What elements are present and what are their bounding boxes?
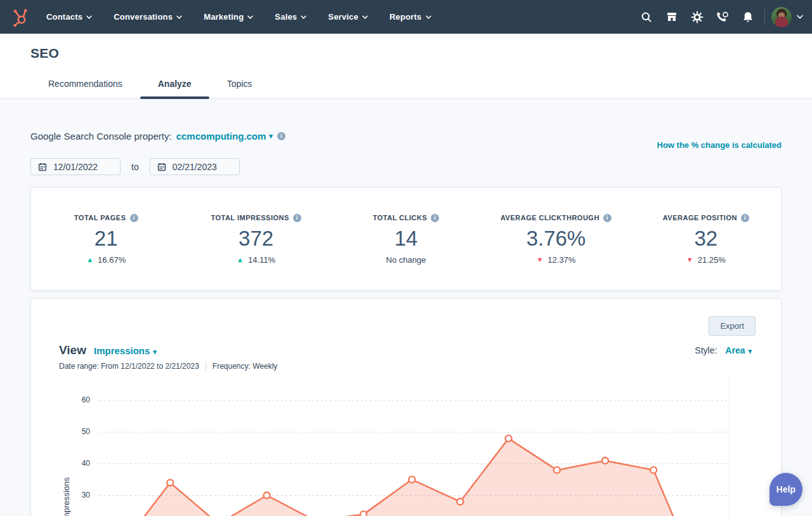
stat-value: 372: [181, 227, 331, 251]
user-avatar[interactable]: [771, 7, 792, 27]
impressions-area-chart: Impressions 60504030: [31, 379, 781, 516]
data-point-marker[interactable]: [167, 480, 173, 486]
stat-delta-text: 21.25%: [698, 255, 726, 265]
settings-gear-icon[interactable]: [684, 4, 710, 30]
stat-total-clicks: TOTAL CLICKS14No change: [331, 214, 481, 265]
info-icon[interactable]: [741, 214, 749, 222]
info-icon[interactable]: [293, 214, 301, 222]
stats-summary-card: TOTAL PAGES21▲16.67%TOTAL IMPRESSIONS372…: [30, 187, 782, 291]
main-content: Google Search Console property: ccmcompu…: [0, 131, 812, 516]
data-point-marker[interactable]: [650, 467, 657, 473]
account-chevron-down-icon[interactable]: [797, 15, 803, 19]
style-select[interactable]: Area: [725, 345, 752, 355]
date-from-input[interactable]: 12/01/2022: [30, 158, 121, 175]
tab-bar: RecommendationsAnalyzeTopics: [30, 69, 812, 98]
nav-item-contacts[interactable]: Contacts: [36, 0, 103, 34]
stat-label-text: TOTAL CLICKS: [373, 214, 427, 222]
stat-delta: ▲14.11%: [181, 255, 331, 265]
stat-delta: No change: [331, 255, 481, 265]
tab-recommendations[interactable]: Recommendations: [30, 69, 140, 98]
stat-label: TOTAL CLICKS: [331, 214, 481, 222]
down-triangle-icon: ▼: [686, 256, 693, 263]
chevron-down-icon: [247, 15, 253, 19]
calendar-icon: [38, 162, 47, 171]
area-chart-svg: [31, 379, 782, 516]
info-icon[interactable]: [431, 214, 439, 222]
filter-row: Google Search Console property: ccmcompu…: [30, 131, 782, 150]
stat-average-position: AVERAGE POSITION32▼21.25%: [631, 214, 781, 265]
percent-change-help-link[interactable]: How the % change is calculated: [657, 140, 782, 150]
marketplace-icon[interactable]: [659, 4, 684, 30]
stat-total-pages: TOTAL PAGES21▲16.67%: [31, 214, 181, 265]
gsc-property-control: Google Search Console property: ccmcompu…: [30, 131, 285, 142]
tab-analyze[interactable]: Analyze: [140, 69, 209, 98]
stat-label: AVERAGE POSITION: [631, 214, 781, 222]
info-icon[interactable]: [130, 214, 138, 222]
stat-delta-text: No change: [386, 255, 426, 265]
calendar-icon: [157, 162, 166, 171]
search-icon[interactable]: [634, 4, 659, 30]
data-point-marker[interactable]: [409, 477, 415, 483]
nav-item-label: Reports: [390, 12, 422, 22]
info-icon[interactable]: [277, 132, 285, 140]
stat-total-impressions: TOTAL IMPRESSIONS372▲14.11%: [181, 214, 331, 265]
chart-meta-row: Date range: From 12/1/2022 to 2/21/2023 …: [31, 357, 781, 371]
up-triangle-icon: ▲: [237, 256, 244, 263]
stat-delta-text: 16.67%: [98, 255, 126, 265]
nav-item-sales[interactable]: Sales: [264, 0, 317, 34]
notifications-bell-icon[interactable]: [735, 4, 761, 30]
info-icon[interactable]: [603, 214, 612, 222]
stat-label: AVERAGE CLICKTHROUGH: [481, 214, 631, 222]
chevron-down-icon: [86, 15, 92, 19]
stat-label: TOTAL IMPRESSIONS: [181, 214, 331, 222]
stat-delta: ▲16.67%: [31, 255, 181, 265]
view-label: View: [59, 343, 86, 357]
stat-value: 3.76%: [481, 227, 631, 251]
data-point-marker[interactable]: [457, 498, 463, 505]
nav-item-conversations[interactable]: Conversations: [103, 0, 193, 34]
calls-phone-icon[interactable]: [710, 4, 735, 30]
stat-value: 21: [31, 227, 181, 251]
stat-label-text: TOTAL IMPRESSIONS: [211, 214, 289, 222]
date-from-value: 12/01/2022: [53, 162, 98, 172]
gsc-property-select[interactable]: ccmcomputing.com: [176, 131, 273, 142]
nav-right-controls: [634, 4, 803, 30]
nav-item-label: Service: [328, 12, 358, 22]
chevron-down-icon: [426, 15, 431, 19]
style-label: Style:: [695, 345, 717, 355]
data-point-marker[interactable]: [602, 458, 608, 464]
stat-delta-text: 14.11%: [248, 255, 275, 265]
nav-item-reports[interactable]: Reports: [379, 0, 442, 34]
tab-topics[interactable]: Topics: [209, 69, 270, 98]
chart-card: Export View Impressions Style: Area Date…: [30, 298, 782, 516]
stat-label-text: AVERAGE CLICKTHROUGH: [501, 214, 599, 222]
view-metric-select[interactable]: Impressions: [94, 345, 157, 356]
data-point-marker[interactable]: [554, 467, 560, 473]
data-point-marker[interactable]: [506, 435, 512, 442]
stat-average-clickthrough: AVERAGE CLICKTHROUGH3.76%▼12.37%: [481, 214, 631, 265]
chart-frequency-text: Frequency: Weekly: [213, 362, 278, 371]
nav-item-service[interactable]: Service: [317, 0, 379, 34]
date-to-input[interactable]: 02/21/2023: [150, 158, 240, 175]
date-to-value: 02/21/2023: [173, 162, 217, 172]
top-navbar: ContactsConversationsMarketingSalesServi…: [0, 0, 812, 34]
page-header: SEO RecommendationsAnalyzeTopics: [0, 34, 812, 99]
gsc-property-label: Google Search Console property:: [30, 131, 172, 142]
stat-label: TOTAL PAGES: [31, 214, 181, 222]
stat-label-text: TOTAL PAGES: [74, 214, 126, 222]
nav-item-label: Conversations: [114, 12, 173, 22]
nav-divider: [764, 9, 765, 25]
date-to-label: to: [131, 162, 139, 172]
nav-menu: ContactsConversationsMarketingSalesServi…: [36, 0, 442, 34]
data-point-marker[interactable]: [264, 493, 270, 499]
hubspot-logo-icon[interactable]: [9, 6, 30, 28]
export-button[interactable]: Export: [709, 316, 756, 336]
data-point-marker[interactable]: [360, 511, 367, 516]
help-button[interactable]: Help: [769, 473, 802, 506]
page-title: SEO: [30, 46, 812, 61]
nav-item-marketing[interactable]: Marketing: [193, 0, 264, 34]
nav-item-label: Sales: [275, 12, 297, 22]
stat-label-text: AVERAGE POSITION: [663, 214, 737, 222]
stat-value: 14: [331, 227, 481, 251]
up-triangle-icon: ▲: [86, 256, 93, 263]
